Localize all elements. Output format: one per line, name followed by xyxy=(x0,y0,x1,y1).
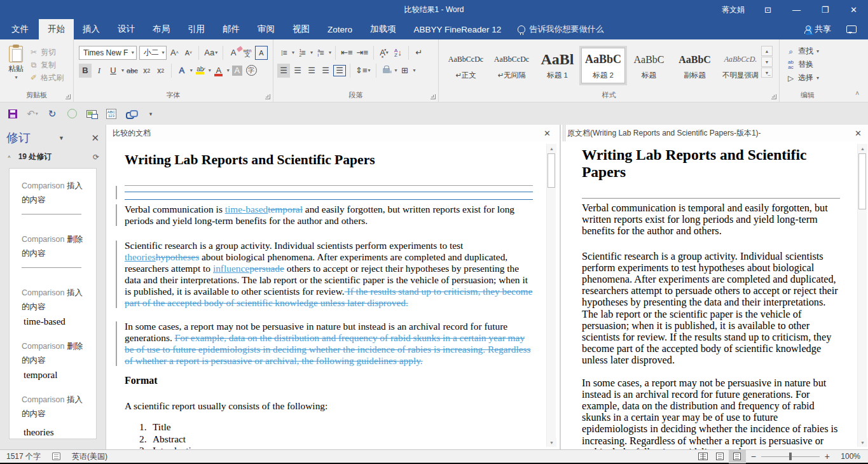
revisions-dropdown-icon[interactable]: ▼ xyxy=(59,135,64,141)
numbering-button[interactable]: 12≡ xyxy=(296,46,308,60)
styles-scroll-up[interactable]: ▲ xyxy=(761,46,773,56)
user-name[interactable]: 蒋文娟 xyxy=(722,4,745,15)
minimize-button[interactable]: — xyxy=(782,0,811,19)
language-status[interactable]: 英语(美国) xyxy=(72,451,107,462)
revision-item[interactable]: Comparison 插入 的内容 xyxy=(22,179,96,214)
scroll-up-icon[interactable]: ▲ xyxy=(547,144,556,153)
scroll-thumb[interactable] xyxy=(548,153,555,188)
compared-document[interactable]: Writing Lab Reports and Scientific Paper… xyxy=(106,141,548,449)
tell-me-box[interactable]: 告诉我你想要做什么 xyxy=(510,19,611,39)
font-family-select[interactable]: Times New F▾ xyxy=(79,46,137,60)
style-card[interactable]: AaBbCcDc ↵正文 xyxy=(444,48,488,83)
ribbon-tab[interactable]: 布局 xyxy=(144,19,179,39)
subscript-button[interactable]: x2 xyxy=(141,64,153,78)
read-mode-button[interactable] xyxy=(694,450,712,463)
style-card[interactable]: AaBbC 副标题 xyxy=(673,48,717,83)
show-marks-button[interactable]: ↵ xyxy=(413,46,425,60)
word-count[interactable]: 1517 个字 xyxy=(6,451,41,462)
change-case-button[interactable]: Aa▾ xyxy=(203,46,219,60)
styles-scroll-down[interactable]: ▼ xyxy=(761,57,773,67)
ribbon-tab[interactable]: 加载项 xyxy=(361,19,405,39)
zoom-level[interactable]: 100% xyxy=(835,452,864,461)
save-button[interactable] xyxy=(5,106,20,122)
ribbon-tab[interactable]: 设计 xyxy=(109,19,144,39)
revision-item[interactable]: Comparison 插入 的内容 theories xyxy=(22,393,96,439)
style-card[interactable]: AaBl 标题 1 xyxy=(535,48,579,83)
paragraph-dialog-launcher[interactable] xyxy=(431,94,436,99)
original-pane-scrollbar[interactable]: ▲ ▼ xyxy=(857,144,867,447)
align-right-button[interactable]: ☰ xyxy=(305,64,318,78)
ribbon-tab[interactable]: 邮件 xyxy=(214,19,249,39)
zoom-slider[interactable] xyxy=(761,456,820,457)
cut-button[interactable]: ✂剪切 xyxy=(29,46,64,59)
zoom-in-button[interactable]: + xyxy=(820,451,835,461)
number-format-button[interactable]: ABC123 xyxy=(104,106,119,122)
qat-more-button[interactable]: ▾ xyxy=(143,106,158,122)
collapse-ribbon-button[interactable]: ˄ xyxy=(855,90,859,97)
style-card[interactable]: AaBbC 标题 2 xyxy=(581,48,625,83)
format-painter-button[interactable]: ✐格式刷 xyxy=(29,71,64,84)
restore-button[interactable]: ❐ xyxy=(811,0,839,19)
ribbon-tab[interactable]: 视图 xyxy=(284,19,319,39)
zoom-slider-thumb[interactable] xyxy=(789,453,792,460)
style-card[interactable]: AaBbCcDc ↵无间隔 xyxy=(490,48,534,83)
tab-file[interactable]: 文件 xyxy=(1,19,39,39)
share-button[interactable]: 👤 共享 xyxy=(796,19,840,39)
font-color-button[interactable]: A xyxy=(212,64,225,78)
style-card[interactable]: AaBbCcD. 不明显强调 xyxy=(719,48,762,83)
asian-layout-button[interactable]: A͓̽▾ xyxy=(378,46,390,60)
revisions-refresh-icon[interactable]: ⟳ xyxy=(93,153,99,162)
ribbon-tab[interactable]: Zotero xyxy=(319,19,361,39)
font-size-select[interactable]: 小二▾ xyxy=(139,46,167,60)
bullets-button[interactable]: ⁝≡ xyxy=(277,46,290,60)
replace-button[interactable]: abac替换 xyxy=(786,58,836,71)
text-effects-button[interactable]: A xyxy=(176,64,188,78)
web-layout-button[interactable] xyxy=(729,450,746,463)
compared-pane-scrollbar[interactable]: ▲ ▼ xyxy=(546,144,556,447)
zoom-out-button[interactable]: − xyxy=(746,451,761,461)
grow-font-button[interactable]: A˄ xyxy=(168,46,181,60)
original-document[interactable]: Writing Lab Reports and Scientific Paper… xyxy=(561,141,868,449)
touch-mode-button[interactable] xyxy=(64,106,79,122)
shading-button[interactable] xyxy=(380,64,393,78)
borders-button[interactable]: ⊞ xyxy=(399,64,411,78)
original-pane-close[interactable]: ✕ xyxy=(855,129,862,138)
ribbon-tab[interactable]: ABBYY FineReader 12 xyxy=(405,19,511,39)
revision-item[interactable]: Comparison 插入 的内容 time-based xyxy=(22,286,96,334)
shrink-font-button[interactable]: A˅ xyxy=(182,46,195,60)
font-dialog-launcher[interactable] xyxy=(265,94,270,99)
style-card[interactable]: AaBbC 标题 xyxy=(627,48,671,83)
ribbon-tab[interactable]: 引用 xyxy=(179,19,214,39)
decrease-indent-button[interactable]: ⇤≡ xyxy=(340,46,354,60)
italic-button[interactable]: I xyxy=(93,64,106,78)
ribbon-tab[interactable]: 开始 xyxy=(39,19,74,39)
superscript-button[interactable]: x2 xyxy=(155,64,167,78)
ribbon-tab[interactable]: 插入 xyxy=(74,19,109,39)
align-center-button[interactable]: ☰ xyxy=(291,64,304,78)
proofing-icon[interactable] xyxy=(52,453,60,460)
hyperlink-button[interactable] xyxy=(123,106,139,122)
compared-pane-close[interactable]: ✕ xyxy=(544,129,551,138)
highlight-button[interactable]: ab̷ xyxy=(194,64,207,78)
underline-button[interactable]: U xyxy=(107,64,120,78)
sort-button[interactable]: AZ↓ xyxy=(392,46,404,60)
select-button[interactable]: ▷选择▾ xyxy=(786,71,836,85)
phonetic-guide-button[interactable]: wén文 xyxy=(241,46,254,60)
strikethrough-button[interactable]: abc xyxy=(125,64,139,78)
switch-windows-button[interactable] xyxy=(84,106,99,122)
styles-dialog-launcher[interactable] xyxy=(771,94,776,99)
undo-button[interactable]: ↶▾ xyxy=(25,106,40,122)
increase-indent-button[interactable]: ⇥≡ xyxy=(355,46,369,60)
line-spacing-button[interactable]: ⇕≡▾ xyxy=(354,64,372,78)
scroll-down-icon[interactable]: ▼ xyxy=(547,438,556,447)
scroll-thumb[interactable] xyxy=(858,153,866,209)
ribbon-tab[interactable]: 审阅 xyxy=(249,19,284,39)
revision-item[interactable]: Comparison 删除 的内容 xyxy=(22,232,96,268)
styles-more-button[interactable]: ▼̲ xyxy=(761,67,773,78)
scroll-down-icon[interactable]: ▼ xyxy=(858,438,867,447)
enclose-characters-button[interactable]: 字 xyxy=(245,64,258,78)
clipboard-dialog-launcher[interactable] xyxy=(65,94,71,99)
revisions-close-button[interactable]: ✕ xyxy=(91,132,99,144)
revisions-collapse-icon[interactable]: ˄ xyxy=(8,154,11,160)
character-shading-button[interactable]: A xyxy=(231,64,244,78)
